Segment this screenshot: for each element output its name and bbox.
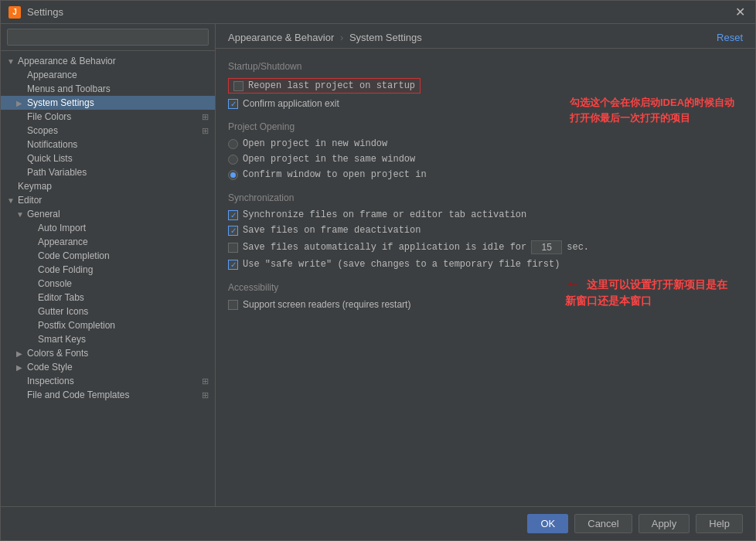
radio-confirm-row: Confirm window to open project in [228, 169, 743, 180]
search-wrapper: 🔍 [7, 29, 209, 46]
radio-new-window[interactable] [228, 139, 238, 149]
main-header: Appearance & Behavior › System Settings … [216, 24, 755, 49]
search-box: 🔍 [1, 24, 215, 51]
reopen-project-label: Reopen last project on startup [248, 80, 415, 91]
reset-button[interactable]: Reset [717, 32, 743, 43]
sync-section: Synchronization Synchronize files on fra… [228, 192, 743, 270]
sync-item1-row: Synchronize files on frame or editor tab… [228, 209, 743, 220]
sidebar-item-inspections[interactable]: Inspections ⊞ [1, 374, 215, 388]
breadcrumb-sep: › [340, 32, 346, 43]
sidebar-item-system-settings[interactable]: ▶ System Settings [1, 96, 215, 110]
sync-title: Synchronization [228, 192, 743, 203]
app-icon: J [9, 6, 21, 19]
tree: ▼ Appearance & Behavior Appearance Menus… [1, 51, 215, 506]
sidebar-item-file-colors[interactable]: File Colors ⊞ [1, 110, 215, 124]
reopen-project-checkbox[interactable] [233, 81, 243, 91]
radio-same-window-label: Open project in the same window [243, 154, 415, 165]
sidebar-item-code-style[interactable]: ▶ Code Style [1, 360, 215, 374]
sync-item2-label: Save files on frame deactivation [243, 225, 421, 236]
close-button[interactable]: ✕ [732, 5, 747, 19]
sidebar-item-appearance-editor[interactable]: Appearance [1, 235, 215, 249]
content-area: 🔍 ▼ Appearance & Behavior Appearance Men… [1, 24, 755, 506]
sidebar-item-menus-toolbars[interactable]: Menus and Toolbars [1, 82, 215, 96]
sidebar-item-editor[interactable]: ▼ Editor [1, 193, 215, 207]
expand-arrow: ▼ [7, 57, 18, 66]
sidebar: 🔍 ▼ Appearance & Behavior Appearance Men… [1, 24, 216, 506]
sidebar-item-notifications[interactable]: Notifications [1, 138, 215, 151]
sync-item3-suffix: sec. [567, 242, 589, 253]
sync-item1-checkbox[interactable] [228, 210, 238, 220]
startup-title: Startup/Shutdown [228, 61, 743, 72]
breadcrumb-part1: Appearance & Behavior [228, 32, 334, 43]
sidebar-item-appearance-behavior[interactable]: ▼ Appearance & Behavior [1, 54, 215, 68]
sidebar-item-appearance[interactable]: Appearance [1, 68, 215, 82]
sidebar-item-smart-keys[interactable]: Smart Keys [1, 332, 215, 346]
footer: OK Cancel Apply Help [1, 506, 755, 540]
radio-confirm-label: Confirm window to open project in [243, 169, 427, 180]
ok-button[interactable]: OK [527, 514, 568, 533]
sync-item4-checkbox[interactable] [228, 260, 238, 270]
expand-arrow: ▼ [16, 210, 27, 219]
sidebar-item-postfix-completion[interactable]: Postfix Completion [1, 318, 215, 332]
settings-window: J Settings ✕ 🔍 ▼ Appearance & Behavior [0, 0, 756, 541]
accessibility-item1-label: Support screen readers (requires restart… [243, 299, 410, 310]
sync-item2-row: Save files on frame deactivation [228, 225, 743, 236]
annotation-1: 勾选这个会在你启动IDEA的时候自动打开你最后一次打开的项目 [570, 95, 740, 125]
sidebar-item-colors-fonts[interactable]: ▶ Colors & Fonts [1, 346, 215, 360]
sidebar-item-path-variables[interactable]: Path Variables [1, 165, 215, 179]
sync-item3-checkbox[interactable] [228, 243, 238, 253]
annotation-2: ← 这里可以设置打开新项目是在新窗口还是本窗口 [565, 272, 735, 309]
sidebar-item-general[interactable]: ▼ General [1, 207, 215, 221]
radio-same-window[interactable] [228, 155, 238, 165]
radio-same-window-row: Open project in the same window [228, 154, 743, 165]
radio-confirm[interactable] [228, 170, 238, 180]
reopen-project-row: Reopen last project on startup [228, 78, 421, 94]
expand-arrow: ▶ [16, 363, 27, 372]
sync-item2-checkbox[interactable] [228, 226, 238, 236]
sidebar-item-auto-import[interactable]: Auto Import [1, 221, 215, 235]
window-title: Settings [27, 6, 732, 18]
sidebar-item-code-folding[interactable]: Code Folding [1, 263, 215, 277]
accessibility-item1-checkbox[interactable] [228, 300, 238, 310]
badge-icon: ⊞ [202, 376, 209, 386]
sidebar-item-code-completion[interactable]: Code Completion [1, 249, 215, 263]
radio-new-window-row: Open project in new window [228, 138, 743, 149]
main-content: Startup/Shutdown Reopen last project on … [216, 49, 755, 506]
badge-icon: ⊞ [202, 126, 209, 136]
confirm-exit-label: Confirm application exit [243, 98, 339, 109]
badge-icon: ⊞ [202, 390, 209, 400]
sidebar-item-editor-tabs[interactable]: Editor Tabs [1, 291, 215, 305]
expand-arrow: ▶ [16, 349, 27, 358]
badge-icon: ⊞ [202, 112, 209, 122]
sync-item4-label: Use "safe write" (save changes to a temp… [243, 259, 560, 270]
sync-item1-label: Synchronize files on frame or editor tab… [243, 209, 526, 220]
sidebar-item-console[interactable]: Console [1, 277, 215, 291]
project-opening-section: Project Opening Open project in new wind… [228, 121, 743, 180]
expand-arrow: ▼ [7, 196, 18, 205]
title-bar: J Settings ✕ [1, 1, 755, 24]
sidebar-item-quick-lists[interactable]: Quick Lists [1, 151, 215, 165]
sidebar-item-gutter-icons[interactable]: Gutter Icons [1, 305, 215, 318]
apply-button[interactable]: Apply [639, 514, 690, 533]
cancel-button[interactable]: Cancel [574, 514, 632, 533]
sync-idle-input[interactable] [531, 240, 562, 254]
sidebar-item-keymap[interactable]: Keymap [1, 179, 215, 193]
search-input[interactable] [7, 29, 209, 46]
sync-item3-row: Save files automatically if application … [228, 240, 743, 254]
sync-item3-prefix: Save files automatically if application … [243, 242, 526, 253]
expand-arrow: ▶ [16, 99, 27, 107]
breadcrumb-current: System Settings [349, 32, 422, 43]
confirm-exit-checkbox[interactable] [228, 99, 238, 109]
sync-item4-row: Use "safe write" (save changes to a temp… [228, 259, 743, 270]
help-button[interactable]: Help [696, 514, 743, 533]
sidebar-item-file-code-templates[interactable]: File and Code Templates ⊞ [1, 388, 215, 402]
breadcrumb: Appearance & Behavior › System Settings [228, 32, 422, 43]
main-area: Appearance & Behavior › System Settings … [216, 24, 755, 506]
sidebar-item-scopes[interactable]: Scopes ⊞ [1, 124, 215, 138]
radio-new-window-label: Open project in new window [243, 138, 387, 149]
